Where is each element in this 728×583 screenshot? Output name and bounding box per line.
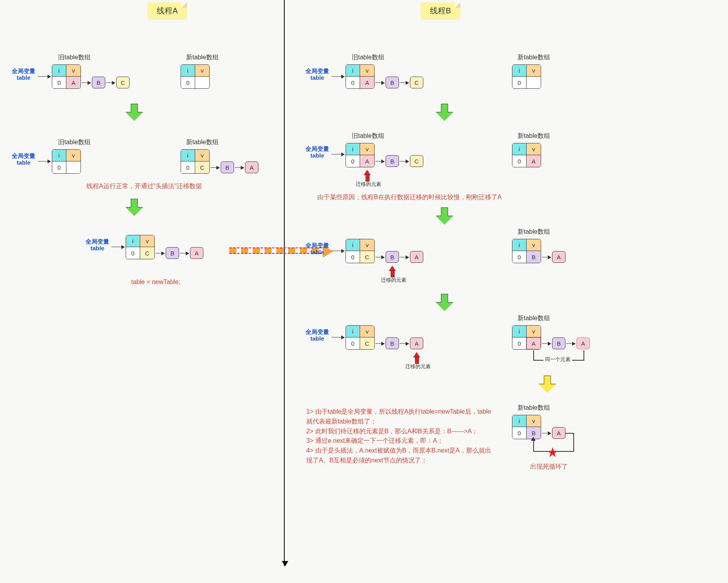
cell: 0 <box>181 77 195 88</box>
cell: A <box>527 155 541 167</box>
new-table-label: 新table数组 <box>186 53 219 62</box>
new-table-b5: i v 0 B <box>512 415 541 439</box>
arrow-icon <box>400 343 408 344</box>
arrow-icon <box>400 257 408 257</box>
arrow-icon <box>112 247 124 247</box>
cell: v <box>527 65 541 77</box>
cell: A <box>66 77 80 88</box>
cell: C <box>360 251 374 263</box>
down-arrow-icon <box>436 294 453 311</box>
arrow-icon <box>542 433 551 433</box>
arrow-icon <box>542 343 551 344</box>
new-table-label: 新table数组 <box>518 53 550 62</box>
note-assign: table = newTable; <box>131 277 180 287</box>
node-A: A <box>552 251 565 263</box>
old-table-label: 旧table数组 <box>352 53 384 62</box>
migrate-label: 迁移的元素 <box>356 181 381 188</box>
down-arrow-yellow-icon <box>539 376 556 393</box>
node-B: B <box>166 247 179 259</box>
cell: i <box>346 143 360 155</box>
new-table-b2: i v 0 A <box>512 143 541 167</box>
note-a-headinsert: 线程A运行正常，开通过"头插法"迁移数据 <box>86 182 202 191</box>
migrate-label: 迁移的元素 <box>381 277 406 284</box>
cell: i <box>52 65 66 77</box>
cell: v <box>360 143 374 155</box>
cell: A <box>360 77 374 88</box>
node-B: B <box>92 77 105 88</box>
cell: B <box>527 251 541 263</box>
old-table-b2: i v 0 A <box>346 143 375 167</box>
new-table-b3: i v 0 B <box>512 239 541 263</box>
node-B: B <box>221 161 234 173</box>
cell: v <box>527 415 541 427</box>
arrow-icon <box>375 161 384 161</box>
node-B: B <box>386 155 399 167</box>
global-var-label: 全局变量 table <box>9 68 38 81</box>
cell: 0 <box>346 251 360 263</box>
arrow-icon <box>400 161 408 161</box>
down-arrow-icon <box>436 207 453 225</box>
cell <box>195 77 209 88</box>
dead-loop-label: 出现死循环了 <box>530 462 568 472</box>
migrate-label: 迁移的元素 <box>405 363 431 370</box>
node-A: A <box>245 161 258 173</box>
node-B: B <box>552 337 565 349</box>
cell: v <box>360 239 374 251</box>
cell: 0 <box>52 161 66 173</box>
node-A: A <box>552 427 565 439</box>
cell: 0 <box>512 155 527 167</box>
new-table-label: 新table数组 <box>518 228 550 236</box>
cell: C <box>140 247 154 259</box>
new-table-b1: i v 0 <box>512 64 541 89</box>
old-table-label: 旧table数组 <box>352 132 384 140</box>
arrowhead-icon <box>531 437 536 441</box>
cell: v <box>527 326 541 337</box>
arrow-icon <box>180 253 188 253</box>
arrow-icon <box>235 167 243 168</box>
global-var-label: 全局变量 table <box>9 152 38 166</box>
global-table-a3: i v 0 C <box>126 235 155 259</box>
cell: C <box>195 161 209 173</box>
new-table-a1: i v 0 <box>181 64 210 89</box>
cell: 0 <box>512 77 527 88</box>
cell <box>66 161 80 173</box>
node-C: C <box>410 77 423 88</box>
global-var-label: 全局变量 table <box>303 68 331 81</box>
migrate-marker <box>389 266 396 277</box>
same-elem-label: 同一个元素 <box>543 356 572 363</box>
cell: v <box>140 235 154 247</box>
cell: v <box>527 239 541 251</box>
arrow-icon <box>375 82 384 83</box>
arrow-icon <box>155 253 164 253</box>
cell: 0 <box>512 427 527 439</box>
node-B: B <box>386 337 399 349</box>
old-table-label: 旧table数组 <box>58 138 91 147</box>
migrate-marker <box>413 352 420 364</box>
global-table-b3: i v 0 C <box>346 239 375 263</box>
arrow-icon <box>106 82 115 83</box>
arrow-icon <box>331 154 344 154</box>
new-table-label: 新table数组 <box>518 404 550 412</box>
cell <box>527 77 541 88</box>
arrow-icon <box>542 257 551 257</box>
new-table-label: 新table数组 <box>186 138 219 147</box>
arrow-icon <box>210 167 219 168</box>
star-icon: ★ <box>547 446 558 459</box>
cell: v <box>195 65 209 77</box>
cell: i <box>512 415 527 427</box>
cell: i <box>346 65 360 77</box>
diagram-canvas: 线程A 线程B 全局变量 table 旧table数组 i v 0 A B C … <box>0 0 728 583</box>
node-A: A <box>190 247 203 259</box>
cell: i <box>512 326 527 337</box>
cell: A <box>527 337 541 349</box>
node-A: A <box>410 251 423 263</box>
node-C: C <box>410 155 423 167</box>
node-B: B <box>386 251 399 263</box>
global-var-label: 全局变量 table <box>83 238 112 252</box>
global-table-b4: i v 0 C <box>346 325 375 350</box>
arrow-icon <box>375 257 384 257</box>
cell: i <box>512 239 527 251</box>
cell: i <box>126 235 140 247</box>
old-table-label: 旧table数组 <box>58 53 91 62</box>
cell: 0 <box>512 337 527 349</box>
